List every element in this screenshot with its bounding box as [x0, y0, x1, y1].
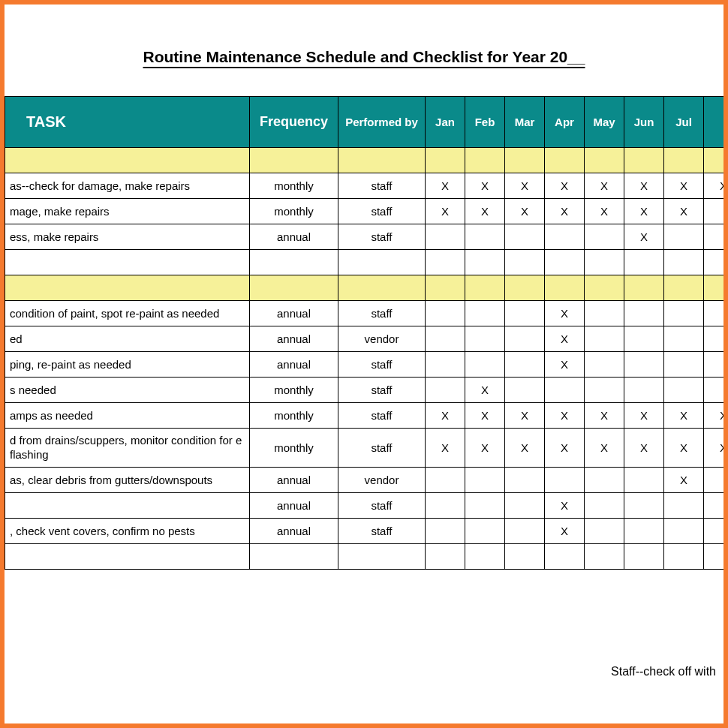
month-cell [704, 519, 729, 544]
table-row: d from drains/scuppers, monitor conditio… [5, 429, 729, 468]
performed-by-cell: staff [338, 301, 426, 326]
month-cell [664, 544, 704, 570]
month-cell: X [505, 173, 545, 199]
month-cell [585, 352, 624, 378]
section-cell [250, 148, 338, 173]
task-cell: as, clear debris from gutters/downspouts [5, 468, 250, 493]
month-cell [664, 352, 704, 378]
table-row: s neededmonthlystaffX [5, 378, 729, 403]
month-cell [585, 378, 624, 403]
table-row: as, clear debris from gutters/downspouts… [5, 468, 729, 493]
table-row [5, 250, 729, 275]
month-cell: X [624, 403, 664, 429]
section-cell [465, 275, 505, 301]
table-row: as--check for damage, make repairsmonthl… [5, 173, 729, 199]
month-cell [426, 493, 465, 519]
month-cell [465, 224, 505, 250]
page-title: Routine Maintenance Schedule and Checkli… [5, 48, 723, 66]
month-cell: X [664, 199, 704, 224]
section-cell [505, 148, 545, 173]
month-cell: X [545, 429, 585, 468]
frequency-cell [250, 250, 338, 275]
month-cell [704, 301, 729, 326]
frequency-cell: annual [250, 468, 338, 493]
section-row [5, 148, 729, 173]
month-cell [664, 250, 704, 275]
task-cell: d from drains/scuppers, monitor conditio… [5, 429, 250, 468]
month-cell: X [624, 173, 664, 199]
month-cell [624, 301, 664, 326]
header-performed-by: Performed by [338, 97, 426, 148]
frequency-cell: annual [250, 352, 338, 378]
month-cell [585, 224, 624, 250]
month-cell: X [505, 403, 545, 429]
month-cell [545, 378, 585, 403]
month-cell [505, 250, 545, 275]
table-row [5, 544, 729, 570]
task-cell: s needed [5, 378, 250, 403]
table-row: ess, make repairsannualstaffX [5, 224, 729, 250]
month-cell [465, 352, 505, 378]
section-cell [426, 148, 465, 173]
frequency-cell: monthly [250, 173, 338, 199]
header-month-feb: Feb [465, 97, 505, 148]
frequency-cell: annual [250, 519, 338, 544]
frequency-cell: monthly [250, 199, 338, 224]
frequency-cell: annual [250, 326, 338, 352]
month-cell: X [585, 199, 624, 224]
table-row: mage, make repairsmonthlystaffXXXXXXX [5, 199, 729, 224]
performed-by-cell: staff [338, 173, 426, 199]
header-month-jan: Jan [426, 97, 465, 148]
month-cell: X [704, 173, 729, 199]
section-cell [545, 275, 585, 301]
section-cell [505, 275, 545, 301]
performed-by-cell: staff [338, 519, 426, 544]
section-cell [5, 275, 250, 301]
section-row [5, 275, 729, 301]
month-cell [664, 519, 704, 544]
month-cell [624, 544, 664, 570]
month-cell [624, 493, 664, 519]
table-row: , check vent covers, confirm no pestsann… [5, 519, 729, 544]
month-cell: X [426, 199, 465, 224]
month-cell [585, 301, 624, 326]
month-cell [624, 468, 664, 493]
month-cell [704, 544, 729, 570]
month-cell [664, 326, 704, 352]
month-cell [585, 468, 624, 493]
month-cell: X [585, 429, 624, 468]
performed-by-cell: vendor [338, 468, 426, 493]
performed-by-cell [338, 544, 426, 570]
month-cell [704, 326, 729, 352]
header-month-jul: Jul [664, 97, 704, 148]
month-cell: X [664, 403, 704, 429]
month-cell [585, 250, 624, 275]
section-cell [465, 148, 505, 173]
month-cell: X [704, 429, 729, 468]
month-cell: X [505, 429, 545, 468]
month-cell [426, 250, 465, 275]
month-cell: X [664, 173, 704, 199]
task-cell: ping, re-paint as needed [5, 352, 250, 378]
month-cell: X [624, 429, 664, 468]
task-cell: ess, make repairs [5, 224, 250, 250]
frequency-cell: annual [250, 224, 338, 250]
performed-by-cell: staff [338, 378, 426, 403]
month-cell [505, 224, 545, 250]
month-cell: X [664, 429, 704, 468]
month-cell [465, 519, 505, 544]
table-row: annualstaffX [5, 493, 729, 519]
month-cell: X [624, 224, 664, 250]
month-cell [465, 493, 505, 519]
header-month-extra [704, 97, 729, 148]
month-cell [704, 352, 729, 378]
header-task: TASK [5, 97, 250, 148]
month-cell: X [426, 173, 465, 199]
month-cell [465, 326, 505, 352]
month-cell: X [545, 493, 585, 519]
month-cell: X [426, 403, 465, 429]
month-cell [585, 326, 624, 352]
month-cell [465, 301, 505, 326]
section-cell [338, 148, 426, 173]
month-cell: X [585, 403, 624, 429]
